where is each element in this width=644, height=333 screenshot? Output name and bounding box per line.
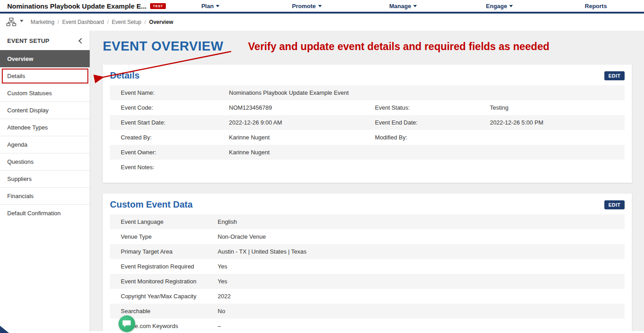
sitemap-icon[interactable] (6, 18, 16, 27)
details-card: Details EDIT Event Name: Nominations Pla… (103, 65, 632, 183)
field-label: Event Code: (121, 104, 229, 111)
field-value: 2022-12-26 5:00 PM (490, 119, 625, 126)
field-value: No (218, 308, 625, 314)
breadcrumb-separator: / (107, 19, 109, 25)
custom-card-title: Custom Event Data (110, 199, 192, 210)
field-value: Karinne Nugent (229, 134, 375, 141)
annotation-text: Verify and update event details and requ… (248, 39, 549, 53)
field-value: Nominations Playbook Update Example Even… (229, 89, 375, 96)
top-nav: Plan Promote Manage Engage Reports (162, 3, 644, 9)
collapse-chevron-icon[interactable] (78, 38, 84, 44)
custom-data-edit-button[interactable]: EDIT (604, 200, 625, 209)
field-value: Non-Oracle Venue (218, 233, 625, 240)
table-row: Event Owner: Karinne Nugent (110, 145, 625, 160)
breadcrumb-item-event-dashboard[interactable]: Event Dashboard (62, 19, 104, 25)
nav-item-promote-label: Promote (292, 3, 316, 9)
nav-item-engage-label: Engage (486, 3, 507, 9)
field-value: 2022-12-26 9:00 AM (229, 119, 375, 126)
sidebar-header: EVENT SETUP (0, 31, 90, 50)
custom-card-header: Custom Event Data EDIT (103, 194, 632, 214)
sidebar-header-label: EVENT SETUP (7, 37, 50, 44)
nav-item-promote[interactable]: Promote (259, 3, 355, 9)
custom-rows: Event Language English Venue Type Non-Or… (110, 214, 625, 331)
table-row: Event Code: NOM123456789 Event Status: T… (110, 100, 625, 115)
sidebar-item-attendee-types[interactable]: Attendee Types (0, 119, 90, 136)
field-label: Created By: (121, 134, 229, 141)
field-value: English (218, 218, 625, 225)
details-card-title: Details (110, 70, 140, 81)
nav-item-manage-label: Manage (389, 3, 411, 9)
chevron-down-icon (413, 5, 417, 7)
nav-item-manage[interactable]: Manage (355, 3, 452, 9)
chat-widget-button[interactable] (119, 315, 135, 332)
sidebar-item-details-label: Details (7, 73, 25, 79)
field-label: Event Status: (375, 104, 490, 111)
breadcrumb-item-marketing[interactable]: Marketing (31, 19, 55, 25)
page: Nominations Playbook Update Example E...… (0, 0, 644, 333)
breadcrumb: Marketing / Event Dashboard / Event Setu… (0, 14, 644, 31)
sidebar-item-suppliers[interactable]: Suppliers (0, 170, 90, 187)
sidebar-item-custom-statuses[interactable]: Custom Statuses (0, 84, 90, 102)
nav-item-reports-label: Reports (585, 3, 607, 9)
field-value: 2022 (218, 293, 625, 300)
table-row: Event Registration Required Yes (110, 259, 625, 274)
breadcrumb-separator: / (145, 19, 146, 25)
field-value: Austin - TX | United States | Texas (218, 248, 625, 255)
field-value: Yes (218, 278, 625, 285)
field-label: Event Name: (121, 89, 229, 96)
field-value: Karinne Nugent (229, 149, 375, 156)
table-row: Event Notes: (110, 160, 625, 175)
field-label: Event Registration Required (121, 263, 218, 270)
table-row: Copyright Year/Max Capacity 2022 (110, 289, 625, 304)
event-title-wrap: Nominations Playbook Update Example E...… (0, 2, 162, 10)
field-value: – (218, 323, 625, 329)
details-edit-button[interactable]: EDIT (604, 71, 625, 80)
chevron-down-icon (216, 5, 219, 7)
field-value: Yes (218, 263, 625, 270)
table-row: Event Name: Nominations Playbook Update … (110, 85, 625, 100)
nav-item-reports[interactable]: Reports (548, 3, 644, 9)
field-label: Copyright Year/Max Capacity (121, 293, 218, 300)
sidebar-item-financials[interactable]: Financials (0, 187, 90, 204)
corner-decoration (0, 326, 9, 333)
field-label: Venue Type (121, 233, 218, 240)
sidebar-item-overview[interactable]: Overview (0, 50, 90, 67)
field-label: Oracle.com Keywords (121, 323, 218, 329)
event-setup-sidebar: EVENT SETUP Overview Details Custom Stat… (0, 31, 90, 331)
nav-item-plan-label: Plan (201, 3, 214, 9)
table-row: Oracle.com Keywords – (110, 319, 625, 331)
field-label: Event Owner: (121, 149, 229, 156)
custom-event-data-card: Custom Event Data EDIT Event Language En… (103, 194, 632, 331)
field-label: Event End Date: (375, 119, 490, 126)
sidebar-item-questions[interactable]: Questions (0, 153, 90, 170)
page-title: EVENT OVERVIEW (103, 39, 224, 54)
chevron-down-icon[interactable] (20, 20, 23, 22)
details-card-header: Details EDIT (103, 65, 632, 85)
table-row: Event Start Date: 2022-12-26 9:00 AM Eve… (110, 115, 625, 130)
breadcrumb-item-event-setup[interactable]: Event Setup (112, 19, 141, 25)
chat-widget-icon (123, 320, 131, 328)
breadcrumb-separator: / (58, 19, 59, 25)
sidebar-item-default-confirmation[interactable]: Default Confirmation (0, 204, 90, 222)
content-row: EVENT SETUP Overview Details Custom Stat… (0, 31, 644, 331)
sidebar-item-agenda[interactable]: Agenda (0, 136, 90, 153)
table-row: Event Monitored Registration Yes (110, 274, 625, 289)
field-label: Searchable (121, 308, 218, 314)
sidebar-item-content-display[interactable]: Content Display (0, 102, 90, 119)
nav-item-plan[interactable]: Plan (162, 3, 259, 9)
table-row: Searchable No (110, 304, 625, 319)
sidebar-item-details[interactable]: Details (0, 67, 90, 84)
field-label: Event Monitored Registration (121, 278, 218, 285)
field-value: Testing (490, 104, 625, 111)
title-row: EVENT OVERVIEW Verify and update event d… (103, 39, 632, 54)
table-row: Event Language English (110, 214, 625, 229)
chevron-down-icon (318, 5, 322, 7)
field-label: Primary Target Area (121, 248, 218, 255)
top-nav-bar: Nominations Playbook Update Example E...… (0, 0, 644, 14)
field-label: Event Language (121, 218, 218, 225)
nav-item-engage[interactable]: Engage (451, 3, 548, 9)
details-rows: Event Name: Nominations Playbook Update … (110, 85, 625, 175)
main-content: EVENT OVERVIEW Verify and update event d… (90, 31, 644, 331)
chevron-down-icon (509, 5, 513, 7)
table-row: Primary Target Area Austin - TX | United… (110, 244, 625, 259)
